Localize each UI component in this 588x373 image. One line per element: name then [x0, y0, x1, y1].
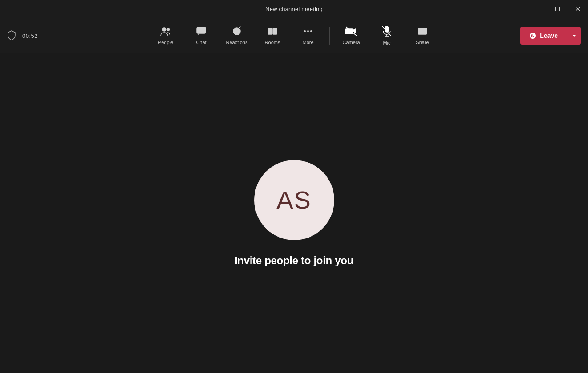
people-label: People [158, 40, 173, 45]
share-icon [417, 26, 428, 38]
toolbar: 00:52 People C [0, 18, 588, 53]
share-label: Share [416, 40, 429, 45]
mic-icon [382, 26, 392, 38]
camera-button[interactable]: Camera [333, 20, 369, 52]
avatar: AS [254, 160, 334, 240]
mic-button[interactable]: Mic [369, 20, 405, 52]
minimize-button[interactable] [527, 0, 547, 18]
chat-button[interactable]: Chat [183, 20, 219, 52]
more-button[interactable]: More [290, 20, 326, 52]
maximize-button[interactable] [547, 0, 568, 18]
toolbar-divider [329, 27, 330, 45]
leave-label: Leave [540, 32, 558, 39]
camera-label: Camera [342, 40, 360, 45]
svg-point-14 [310, 30, 312, 32]
svg-rect-1 [556, 7, 560, 11]
invite-text: Invite people to join you [235, 254, 353, 267]
people-icon [160, 26, 171, 38]
toolbar-center: People Chat [148, 20, 440, 52]
svg-rect-11 [273, 28, 277, 34]
leave-chevron-button[interactable] [567, 27, 581, 45]
mic-label: Mic [383, 40, 390, 45]
leave-group: Leave [520, 27, 581, 45]
rooms-label: Rooms [265, 40, 280, 45]
reactions-icon [231, 26, 242, 38]
svg-point-9 [238, 30, 239, 31]
camera-icon [345, 26, 357, 38]
chat-label: Chat [196, 40, 206, 45]
svg-rect-6 [197, 27, 206, 33]
window-title: New channel meeting [265, 6, 323, 12]
svg-point-5 [167, 28, 170, 31]
reactions-button[interactable]: Reactions [219, 20, 255, 52]
svg-rect-10 [268, 28, 272, 34]
rooms-button[interactable]: Rooms [255, 20, 290, 52]
chat-icon [196, 26, 207, 38]
toolbar-left: 00:52 [7, 30, 38, 41]
call-timer: 00:52 [22, 33, 38, 39]
rooms-icon [267, 26, 278, 38]
svg-point-12 [304, 30, 306, 32]
avatar-initials: AS [276, 185, 312, 214]
main-content: AS Invite people to join you [0, 53, 588, 373]
svg-rect-0 [535, 9, 539, 9]
more-label: More [302, 40, 313, 45]
window-controls [527, 0, 588, 18]
people-button[interactable]: People [148, 20, 183, 52]
svg-point-7 [233, 28, 240, 35]
reactions-label: Reactions [226, 40, 248, 45]
svg-point-4 [162, 28, 166, 31]
more-icon [303, 26, 313, 38]
leave-button[interactable]: Leave [520, 27, 567, 45]
shield-icon [7, 30, 18, 41]
svg-point-8 [235, 30, 236, 31]
share-button[interactable]: Share [405, 20, 440, 52]
svg-point-13 [307, 30, 309, 32]
close-button[interactable] [568, 0, 588, 18]
title-bar: New channel meeting [0, 0, 588, 18]
